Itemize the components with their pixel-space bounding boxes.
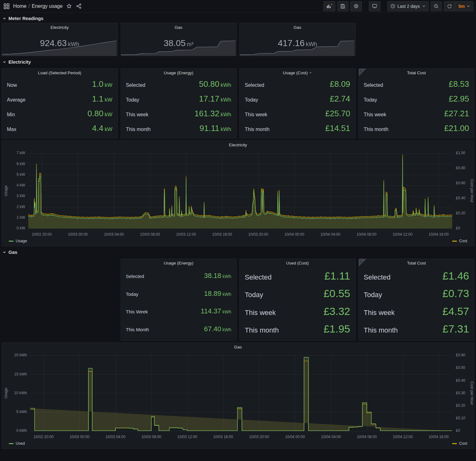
stat-value: 4.4kW [92, 123, 112, 133]
panel-title[interactable]: Usage (Energy) [121, 259, 237, 267]
legend-item-cost[interactable]: Cost [452, 239, 467, 243]
stat-row: Selected50.80kWh [126, 79, 232, 89]
panel-title[interactable]: Load (Selected Period) [2, 69, 118, 77]
meter-value: 417.16kWh [240, 38, 355, 48]
refresh-interval-picker[interactable]: 5m [455, 2, 473, 11]
dashboard-settings-button[interactable] [350, 1, 362, 11]
panel-title[interactable]: Gas [121, 23, 237, 31]
panel-title[interactable]: Gas [2, 343, 474, 351]
electricity-chart-legend: Usage Cost [2, 238, 474, 245]
stat-value: £27.21 [444, 109, 469, 118]
panel-title[interactable]: Total Cost [359, 259, 474, 267]
save-icon [340, 4, 345, 9]
stat-label: Selected [126, 274, 144, 279]
add-panel-icon [327, 4, 332, 9]
stat-row: Now1.0kW [7, 79, 112, 89]
chevron-down-icon [3, 250, 6, 254]
stat-row: Today17.17kWh [126, 94, 232, 104]
stat-row: Selected£1.11 [245, 270, 350, 282]
row-header-gas[interactable]: Gas [0, 246, 476, 257]
stat-row: This month£1.95 [245, 323, 350, 335]
stat-value: 91.11kWh [200, 123, 231, 133]
share-icon[interactable] [76, 3, 82, 9]
panel-electricity-total-cost: i Total Cost Selected£8.53 Today£2.95 Th… [358, 68, 475, 139]
row-header-meter-readings[interactable]: Meter Readings [0, 13, 476, 23]
legend-item-usage[interactable]: Usage [9, 239, 27, 243]
top-nav-bar: Home / Energy usage [0, 0, 476, 13]
stat-value: 1.0kW [92, 79, 112, 89]
time-range-label: Last 2 days [397, 4, 420, 9]
stat-value: 38.18kWh [204, 272, 231, 280]
panel-title[interactable]: Usage (Cost) [240, 69, 355, 77]
panel-menu-chevron-icon [309, 71, 312, 74]
legend-item-used[interactable]: Used [9, 441, 25, 446]
panel-gas-usage-energy: Usage (Energy) Selected38.18kWh Today18.… [121, 259, 237, 341]
stat-label: This Week [126, 309, 148, 314]
stat-label: This week [126, 112, 149, 118]
stat-label: Today [364, 97, 377, 103]
meter-value-unit: kWh [68, 41, 79, 47]
stat-row: Selected£1.46 [364, 270, 469, 282]
panel-title[interactable]: Used (Cost) [240, 259, 355, 267]
chevron-down-icon [422, 4, 426, 8]
stat-label: This week [364, 309, 395, 317]
panel-gas-chart: Gas Used Cost [2, 343, 474, 449]
zoom-out-button[interactable] [431, 1, 442, 11]
refresh-button[interactable] [444, 2, 455, 11]
panel-meter-gas-volume: Gas 38.05m³ [121, 23, 237, 56]
electricity-chart-canvas[interactable] [2, 149, 474, 238]
tv-kiosk-button[interactable] [369, 1, 380, 11]
stat-row: Max4.4kW [7, 123, 112, 133]
clock-icon [390, 4, 395, 8]
section-title: Electricity [8, 59, 31, 65]
save-dashboard-button[interactable] [337, 1, 348, 11]
monitor-icon [372, 4, 377, 9]
stat-label: This month [245, 326, 279, 334]
stat-value: £7.31 [442, 323, 469, 335]
legend-item-cost[interactable]: Cost [452, 441, 467, 446]
stat-label: Today [364, 291, 382, 299]
stat-label: Today [245, 97, 258, 103]
stat-value: £2.74 [330, 94, 350, 104]
add-panel-button[interactable] [323, 1, 335, 11]
stat-row: This month91.11kWh [126, 123, 232, 133]
stat-value: 18.89kWh [204, 290, 231, 298]
info-corner-icon[interactable]: i [359, 259, 366, 266]
stat-label: Max [7, 127, 16, 132]
gas-chart-canvas[interactable] [2, 351, 474, 440]
star-icon[interactable] [66, 3, 72, 9]
panel-title[interactable]: Total Cost [359, 69, 474, 77]
panel-title[interactable]: Usage (Energy) [121, 69, 237, 77]
stat-value: £0.55 [323, 287, 350, 300]
stat-row: This month£21.00 [364, 123, 469, 133]
refresh-icon [447, 4, 452, 8]
panel-title[interactable]: Electricity [2, 23, 118, 31]
stat-label: Average [7, 97, 25, 103]
panel-meter-electricity: Electricity 924.63kWh [2, 23, 118, 56]
stat-label: This month [364, 326, 398, 334]
panel-electricity-chart: Electricity Usage Cost [2, 140, 474, 246]
breadcrumb-dashboard-title[interactable]: Energy usage [32, 3, 63, 9]
stat-label: This month [126, 127, 151, 132]
meter-value-number: 417.16 [278, 38, 305, 48]
stat-value: £25.70 [325, 109, 350, 118]
panel-title[interactable]: Electricity [2, 141, 474, 149]
breadcrumb-home[interactable]: Home [13, 3, 27, 9]
stat-label: This month [364, 127, 389, 132]
stat-row: This week161.32kWh [126, 109, 232, 118]
stat-row: This week£3.32 [245, 305, 350, 317]
row-header-electricity[interactable]: Electricity [0, 56, 476, 66]
panel-title[interactable]: Gas [240, 23, 355, 31]
meter-value-number: 38.05 [164, 38, 186, 48]
stat-row: Today£2.74 [245, 94, 350, 104]
stat-label: This week [364, 112, 386, 118]
stat-row: Today£0.73 [364, 287, 469, 300]
stat-value: £1.11 [324, 270, 350, 282]
meter-value: 38.05m³ [121, 38, 237, 48]
stat-value: £14.51 [325, 123, 350, 133]
apps-grid-icon[interactable] [3, 3, 10, 10]
stat-value: £2.95 [449, 94, 469, 104]
time-range-picker[interactable]: Last 2 days [387, 1, 429, 11]
info-corner-icon[interactable]: i [359, 69, 366, 76]
stat-label: Today [245, 291, 263, 299]
